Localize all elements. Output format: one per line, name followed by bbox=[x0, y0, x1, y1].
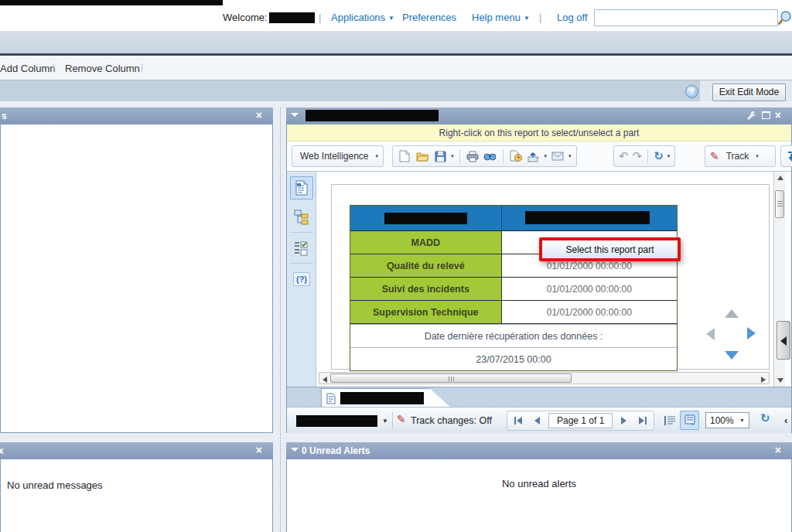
messages-panel-title: x bbox=[0, 445, 4, 456]
drill-down-arrow-icon[interactable] bbox=[786, 149, 792, 163]
messages-panel-header[interactable]: x × bbox=[0, 442, 273, 459]
collapse-caret-icon[interactable] bbox=[291, 113, 299, 117]
documents-panel-header[interactable]: s × bbox=[0, 107, 273, 124]
report-table[interactable]: MADD Qualité du relevé 01/01/2000 00:00:… bbox=[350, 205, 678, 371]
add-column-button[interactable]: Add Column bbox=[0, 63, 56, 74]
mail-options-chevron-icon[interactable]: ▾ bbox=[568, 153, 572, 159]
divider bbox=[647, 149, 648, 163]
find-icon[interactable] bbox=[483, 149, 497, 163]
report-canvas: MADD Qualité du relevé 01/01/2000 00:00:… bbox=[316, 172, 773, 387]
table-header-cell bbox=[502, 206, 677, 230]
log-off-link[interactable]: Log off bbox=[557, 12, 588, 23]
input-controls-tab[interactable] bbox=[290, 237, 313, 260]
export-icon[interactable] bbox=[527, 149, 541, 163]
remove-column-button[interactable]: Remove Column bbox=[65, 63, 140, 74]
scrollbar-thumb[interactable] bbox=[330, 373, 572, 383]
chevron-down-icon: ▼ bbox=[739, 418, 745, 423]
redacted-dropdown[interactable] bbox=[296, 415, 377, 427]
preferences-link[interactable]: Preferences bbox=[402, 12, 456, 23]
scroll-left-arrow-icon[interactable] bbox=[706, 328, 715, 340]
zoom-select[interactable]: 100% ▼ bbox=[705, 412, 749, 428]
web-intelligence-menu[interactable]: Web Intelligence bbox=[297, 151, 372, 162]
history-icon[interactable] bbox=[509, 149, 523, 163]
scroll-up-arrow-icon[interactable] bbox=[725, 309, 739, 318]
scrollbar-up-icon[interactable] bbox=[777, 176, 783, 180]
close-icon[interactable]: × bbox=[256, 109, 262, 121]
instruction-banner: Right-click on this report to select/uns… bbox=[287, 124, 791, 142]
close-icon[interactable]: × bbox=[775, 109, 781, 121]
scrollbar-right-icon[interactable] bbox=[761, 377, 766, 383]
table-header-cell bbox=[350, 206, 502, 230]
maximize-icon[interactable] bbox=[762, 111, 770, 119]
mail-icon[interactable] bbox=[551, 149, 565, 163]
draft-view-button[interactable] bbox=[660, 411, 679, 430]
scrollbar-down-icon[interactable] bbox=[777, 378, 783, 383]
messages-panel-body: No unread messages bbox=[0, 459, 273, 532]
panel-splitter[interactable] bbox=[280, 107, 281, 532]
save-icon[interactable] bbox=[433, 149, 447, 163]
collapse-left-icon[interactable]: ‹ bbox=[784, 414, 787, 426]
track-changes-status[interactable]: Track changes: Off bbox=[411, 415, 492, 426]
search-input[interactable] bbox=[594, 9, 778, 26]
track-button[interactable]: Track bbox=[723, 151, 753, 162]
scroll-down-arrow-icon[interactable] bbox=[725, 351, 739, 360]
help-tab[interactable]: (?) bbox=[290, 268, 313, 291]
grip bbox=[777, 201, 783, 202]
collapse-caret-icon[interactable] bbox=[291, 448, 299, 452]
wrench-icon[interactable] bbox=[746, 111, 756, 121]
scroll-right-arrow-icon[interactable] bbox=[747, 327, 756, 339]
help-icon[interactable]: ? bbox=[685, 85, 698, 98]
refresh-options-chevron-icon[interactable]: ▾ bbox=[667, 153, 671, 159]
help-menu[interactable]: Help menu▼ bbox=[472, 12, 530, 23]
open-folder-icon[interactable] bbox=[415, 149, 429, 163]
document-summary-icon bbox=[295, 180, 309, 196]
first-page-button[interactable] bbox=[510, 414, 526, 427]
new-document-icon[interactable] bbox=[398, 149, 411, 163]
save-options-chevron-icon[interactable]: ▾ bbox=[451, 153, 454, 159]
top-bar: Welcome: | Applications▼ Preferences Hel… bbox=[0, 0, 792, 31]
application-window: Welcome: | Applications▼ Preferences Hel… bbox=[0, 0, 792, 532]
refresh-icon[interactable]: ↻ bbox=[760, 413, 770, 425]
redacted-header bbox=[384, 213, 467, 224]
alerts-panel-header[interactable]: 0 Unread Alerts × bbox=[286, 442, 792, 459]
select-report-part-button[interactable]: Select this report part bbox=[539, 237, 681, 261]
draft-view-icon bbox=[664, 415, 676, 426]
row-label: Supervision Technique bbox=[350, 301, 502, 324]
track-options-chevron-icon[interactable]: ▾ bbox=[756, 153, 759, 159]
report-status-bar: ▼ ✎ Track changes: Off Page 1 of 1 100% … bbox=[287, 407, 791, 433]
applications-menu[interactable]: Applications▼ bbox=[331, 12, 394, 23]
exit-edit-mode-button[interactable]: Exit Edit Mode bbox=[712, 84, 786, 101]
report-tab-strip bbox=[287, 387, 791, 407]
navigation-map-tab[interactable] bbox=[290, 206, 313, 229]
help-icon: (?) bbox=[293, 272, 310, 286]
chevron-down-icon[interactable]: ▾ bbox=[376, 153, 379, 159]
print-icon[interactable] bbox=[466, 149, 480, 163]
grip bbox=[449, 377, 449, 381]
report-tab[interactable] bbox=[321, 388, 451, 408]
chevron-down-icon: ▼ bbox=[524, 15, 530, 22]
horizontal-scrollbar[interactable] bbox=[319, 372, 770, 384]
track-pen-icon[interactable]: ✎ bbox=[397, 414, 406, 425]
close-icon[interactable]: × bbox=[256, 444, 262, 456]
grip bbox=[451, 377, 452, 381]
chevron-down-icon[interactable]: ▼ bbox=[382, 418, 388, 425]
close-icon[interactable]: × bbox=[775, 444, 781, 456]
panel-collapse-handle[interactable] bbox=[777, 321, 790, 360]
export-options-chevron-icon[interactable]: ▾ bbox=[544, 153, 548, 159]
document-summary-tab[interactable] bbox=[290, 176, 313, 200]
webi-toolbar: Web Intelligence ▾ ▾ ▾ ▾ ↶ ↷ ↻ ▾ ✎ bbox=[287, 142, 791, 172]
scrollbar-left-icon[interactable] bbox=[323, 377, 327, 383]
search-icon[interactable] bbox=[778, 10, 792, 26]
page-view-button[interactable] bbox=[680, 411, 699, 430]
next-page-button[interactable] bbox=[617, 414, 630, 427]
divider bbox=[503, 149, 504, 163]
undo-icon[interactable]: ↶ bbox=[619, 151, 629, 162]
scrollbar-thumb[interactable] bbox=[775, 190, 784, 218]
track-pen-icon[interactable]: ✎ bbox=[710, 151, 719, 162]
redo-icon[interactable]: ↷ bbox=[633, 151, 643, 162]
last-page-button[interactable] bbox=[635, 414, 650, 427]
previous-page-button[interactable] bbox=[531, 414, 544, 427]
report-panel-header[interactable]: × bbox=[286, 107, 792, 124]
welcome-label: Welcome: bbox=[223, 12, 268, 23]
refresh-icon[interactable]: ↻ bbox=[654, 151, 664, 162]
